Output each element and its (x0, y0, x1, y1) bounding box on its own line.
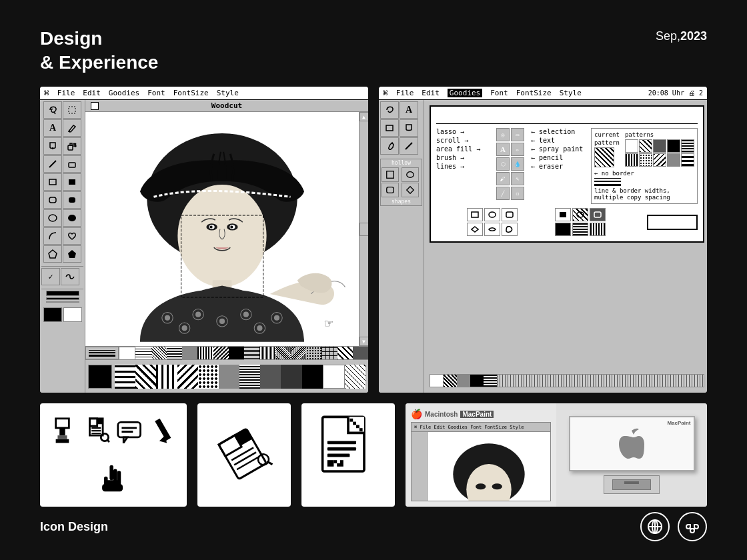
tool-polygon-filled[interactable] (63, 245, 81, 263)
pattern-extra-2[interactable] (135, 365, 156, 389)
pat-8[interactable] (653, 153, 666, 167)
fontsize-menu-2[interactable]: FontSize (516, 89, 552, 97)
hollow-oval[interactable] (402, 167, 419, 182)
pat-5[interactable] (681, 139, 694, 153)
hs-oval[interactable] (484, 208, 500, 221)
tool-select-check[interactable]: ✓ (41, 268, 60, 285)
fill-black[interactable] (43, 307, 62, 322)
style-menu-2[interactable]: Style (560, 89, 582, 97)
pattern-extra-11[interactable] (323, 365, 345, 389)
fs-roundrect[interactable] (590, 208, 606, 221)
tool-roundrect-filled[interactable] (63, 191, 81, 209)
swatch-14[interactable] (337, 347, 353, 360)
goodies-menu[interactable]: Goodies (109, 89, 139, 97)
tool-rect[interactable] (43, 173, 62, 191)
hollow-rect[interactable] (382, 167, 399, 182)
hs-eye[interactable] (484, 223, 500, 236)
swatch-0[interactable] (119, 347, 135, 360)
tool-line[interactable] (43, 155, 62, 173)
bp-1[interactable] (444, 375, 457, 387)
tool-oval[interactable] (43, 209, 62, 227)
pat-4[interactable] (667, 139, 680, 153)
tool2-lasso[interactable] (380, 101, 399, 119)
tool2-rect[interactable] (380, 119, 399, 137)
tool2-brush[interactable] (380, 137, 399, 155)
file-menu[interactable]: File (57, 89, 75, 97)
swatch-10[interactable] (275, 347, 291, 360)
swatch-5[interactable] (197, 347, 213, 360)
apple-menu-2[interactable]: ⌘ (383, 88, 388, 98)
tool-paint-bucket[interactable] (43, 137, 62, 155)
style-menu[interactable]: Style (217, 89, 239, 97)
fs-rect[interactable] (555, 208, 571, 221)
swatch-9[interactable] (259, 347, 275, 360)
edit-menu-2[interactable]: Edit (422, 89, 440, 97)
tool-pencil[interactable] (63, 119, 81, 137)
swatch-7[interactable] (229, 347, 244, 360)
scroll-up[interactable]: ▲ (359, 112, 369, 121)
hollow-roundrect[interactable] (382, 183, 399, 197)
fs-oval[interactable] (572, 208, 588, 221)
hs-roundrect[interactable] (502, 208, 518, 221)
pat-7[interactable] (639, 153, 652, 167)
swatch-8[interactable] (244, 347, 259, 360)
pattern-extra-4[interactable] (177, 365, 198, 389)
pattern-extra-6[interactable] (219, 365, 239, 389)
font-menu[interactable]: Font (147, 89, 165, 97)
tool-oval-filled[interactable] (63, 209, 81, 227)
bp-3[interactable] (470, 375, 484, 387)
font-menu-2[interactable]: Font (490, 89, 508, 97)
tool-eraser[interactable] (63, 155, 81, 173)
tool-rect-filled[interactable] (63, 173, 81, 191)
globe-icon[interactable] (640, 512, 670, 541)
tool-roundrect[interactable] (43, 191, 62, 209)
swatch-15[interactable] (353, 347, 368, 360)
pat-10[interactable] (681, 153, 694, 167)
pat-2[interactable] (639, 139, 652, 153)
current-pattern-swatch[interactable] (594, 147, 614, 167)
pattern-extra-5[interactable] (198, 365, 219, 389)
vertical-scrollbar[interactable]: ▲ ▼ (359, 112, 368, 346)
fill-white[interactable] (63, 307, 82, 322)
pat-6[interactable] (625, 153, 638, 167)
pattern-extra-9[interactable] (281, 365, 301, 389)
fs-eye[interactable] (572, 223, 588, 236)
swatch-4[interactable] (182, 347, 197, 360)
edit-menu[interactable]: Edit (83, 89, 101, 97)
current-color[interactable] (88, 365, 112, 389)
pat-9[interactable] (667, 153, 680, 167)
fontsize-menu[interactable]: FontSize (173, 89, 209, 97)
hs-misc[interactable] (502, 223, 518, 236)
tool-lasso[interactable] (43, 101, 62, 119)
fs-diamond[interactable] (555, 223, 571, 236)
pattern-extra-10[interactable] (302, 365, 323, 389)
tool2-line[interactable] (400, 137, 418, 155)
pattern-extra-7[interactable] (239, 365, 260, 389)
file-menu-2[interactable]: File (396, 89, 414, 97)
tool-arc[interactable] (43, 227, 62, 245)
fs-misc[interactable] (590, 223, 606, 236)
bp-2[interactable] (457, 375, 470, 387)
pattern-extra-12[interactable] (345, 365, 365, 389)
scroll-thumb[interactable] (359, 223, 369, 236)
tool-text[interactable]: A (43, 119, 62, 137)
tool-freehand[interactable] (61, 268, 79, 285)
hs-rect[interactable] (467, 208, 483, 221)
pattern-extra-1[interactable] (115, 365, 135, 389)
swatch-6[interactable] (213, 347, 229, 360)
tool2-a[interactable]: A (400, 101, 418, 119)
swatch-13[interactable] (321, 347, 337, 360)
pattern-extra-8[interactable] (260, 365, 281, 389)
bp-4[interactable] (484, 375, 497, 387)
goodies-menu-2-active[interactable]: Goodies (448, 89, 482, 97)
hs-diamond[interactable] (467, 223, 483, 236)
pat-3[interactable] (653, 139, 666, 153)
swatch-12[interactable] (306, 347, 321, 360)
scroll-down[interactable]: ▼ (359, 337, 369, 346)
tool-marquee[interactable] (63, 101, 81, 119)
cancel-button[interactable]: Cancel (647, 215, 698, 230)
pattern-extra-3[interactable] (156, 365, 177, 389)
pat-1[interactable] (625, 139, 638, 153)
tool2-paint[interactable] (400, 119, 418, 137)
command-icon[interactable] (678, 512, 707, 541)
